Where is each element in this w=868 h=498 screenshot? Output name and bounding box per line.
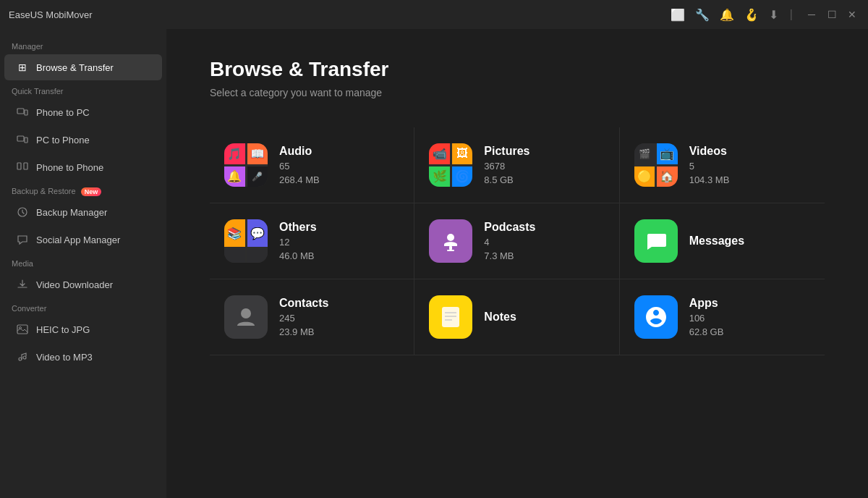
new-badge: New: [81, 187, 102, 196]
audio-name: Audio: [279, 145, 320, 158]
sidebar-item-phone-to-pc[interactable]: Phone to PC: [4, 99, 162, 125]
audio-icon: 🎵 📖 🔔 🎤: [224, 143, 268, 187]
phone-to-phone-icon: [16, 161, 29, 174]
media-section-label: Media: [0, 253, 166, 271]
title-bar-icons: ⬜ 🔧 🔔 🪝 ⬇ | ─ ☐ ✕: [671, 7, 859, 22]
messages-name: Messages: [689, 235, 745, 248]
videos-size: 104.3 MB: [689, 174, 730, 185]
sidebar-item-label-browse-transfer: Browse & Transfer: [36, 62, 114, 73]
apps-name: Apps: [689, 297, 724, 310]
category-notes[interactable]: Notes: [414, 279, 619, 355]
category-videos[interactable]: 🎬 📺 🟡 🏠 Videos 5 104.3 MB: [620, 127, 825, 203]
bell-icon[interactable]: 🔔: [720, 8, 734, 22]
svg-rect-12: [449, 246, 452, 250]
apps-icon: [634, 295, 678, 339]
phone-to-pc-icon: [16, 106, 29, 119]
close-button[interactable]: ✕: [845, 7, 859, 22]
contacts-icon: [224, 295, 268, 339]
category-contacts[interactable]: Contacts 245 23.9 MB: [210, 279, 414, 355]
category-apps[interactable]: Apps 106 62.8 GB: [620, 279, 825, 355]
backup-manager-icon: [16, 206, 29, 219]
pictures-count: 3678: [484, 161, 529, 172]
window-controls: ─ ☐ ✕: [804, 7, 859, 22]
svg-rect-3: [25, 138, 27, 143]
svg-rect-1: [25, 110, 27, 115]
sidebar-item-backup-manager[interactable]: Backup Manager: [4, 199, 162, 225]
sidebar-item-heic-to-jpg[interactable]: HEIC to JPG: [4, 316, 162, 342]
browse-transfer-icon: ⊞: [16, 61, 29, 74]
category-pictures[interactable]: 📹 🖼 🌿 🌀 Pictures 3678 8.5 GB: [414, 127, 619, 203]
svg-point-10: [23, 356, 26, 359]
main-layout: Manager ⊞ Browse & Transfer Quick Transf…: [0, 29, 868, 498]
sidebar-item-social-app-manager[interactable]: Social App Manager: [4, 227, 162, 253]
sidebar-item-pc-to-phone[interactable]: PC to Phone: [4, 127, 162, 153]
sidebar-item-label-video-downloader: Video Downloader: [36, 279, 113, 290]
sidebar-item-video-to-mp3[interactable]: Video to MP3: [4, 344, 162, 370]
sidebar-item-video-downloader[interactable]: Video Downloader: [4, 271, 162, 297]
sidebar: Manager ⊞ Browse & Transfer Quick Transf…: [0, 29, 166, 498]
quick-transfer-section-label: Quick Transfer: [0, 81, 166, 98]
manager-section-label: Manager: [0, 36, 166, 54]
video-downloader-icon: [16, 278, 29, 291]
contacts-name: Contacts: [279, 297, 328, 310]
podcasts-count: 4: [484, 237, 535, 248]
sidebar-item-browse-transfer[interactable]: ⊞ Browse & Transfer: [4, 54, 162, 80]
podcasts-size: 7.3 MB: [484, 250, 535, 261]
category-podcasts[interactable]: Podcasts 4 7.3 MB: [414, 203, 619, 279]
converter-section-label: Converter: [0, 298, 166, 316]
page-title: Browse & Transfer: [210, 58, 825, 81]
svg-rect-13: [447, 250, 454, 251]
apps-count: 106: [689, 313, 724, 324]
podcasts-name: Podcasts: [484, 221, 535, 234]
maximize-button[interactable]: ☐: [825, 7, 839, 22]
tools-icon[interactable]: 🔧: [695, 8, 710, 22]
minimize-button[interactable]: ─: [804, 7, 819, 22]
videos-icon: 🎬 📺 🟡 🏠: [634, 143, 678, 187]
category-audio[interactable]: 🎵 📖 🔔 🎤 Audio 65 268.4 MB: [210, 127, 414, 203]
svg-rect-5: [24, 163, 27, 169]
hanger-icon[interactable]: 🪝: [744, 8, 759, 22]
others-name: Others: [279, 221, 317, 234]
notes-icon: [429, 295, 472, 339]
others-count: 12: [279, 237, 317, 248]
sidebar-item-label-social-app-manager: Social App Manager: [36, 235, 120, 245]
content-area: Browse & Transfer Select a category you …: [166, 29, 868, 498]
title-bar-left: EaseUS MobiMover: [9, 9, 93, 20]
videos-name: Videos: [689, 145, 730, 158]
sidebar-item-phone-to-phone[interactable]: Phone to Phone: [4, 154, 162, 180]
heic-to-jpg-icon: [16, 323, 29, 336]
download-icon[interactable]: ⬇: [769, 8, 778, 22]
podcasts-icon: [429, 219, 472, 263]
svg-point-11: [447, 234, 454, 241]
social-app-manager-icon: [16, 233, 29, 246]
sidebar-item-label-backup-manager: Backup Manager: [36, 207, 107, 218]
svg-point-9: [19, 358, 22, 360]
sidebar-item-label-pc-to-phone: PC to Phone: [36, 135, 90, 145]
category-others[interactable]: 📚 💬 Others 12 46.0 MB: [210, 203, 414, 279]
audio-count: 65: [279, 161, 320, 172]
contacts-count: 245: [279, 313, 328, 324]
messages-icon: [634, 219, 678, 263]
sidebar-item-label-phone-to-pc: Phone to PC: [36, 107, 90, 118]
apps-size: 62.8 GB: [689, 326, 724, 337]
svg-rect-15: [442, 307, 459, 327]
video-to-mp3-icon: [16, 350, 29, 363]
sidebar-item-label-video-to-mp3: Video to MP3: [36, 352, 93, 363]
sidebar-item-label-phone-to-phone: Phone to Phone: [36, 162, 103, 173]
pictures-size: 8.5 GB: [484, 174, 529, 185]
audio-size: 268.4 MB: [279, 174, 320, 185]
notes-name: Notes: [484, 311, 516, 324]
pc-to-phone-icon: [16, 133, 29, 146]
videos-count: 5: [689, 161, 730, 172]
sidebar-item-label-heic-to-jpg: HEIC to JPG: [36, 324, 90, 335]
device-icon[interactable]: ⬜: [671, 8, 685, 22]
pictures-icon: 📹 🖼 🌿 🌀: [429, 143, 472, 187]
svg-rect-4: [17, 163, 21, 169]
svg-rect-2: [17, 136, 24, 141]
category-grid: 🎵 📖 🔔 🎤 Audio 65 268.4 MB 📹 🖼 🌿 🌀: [210, 127, 825, 355]
app-title: EaseUS MobiMover: [9, 9, 93, 20]
title-bar: EaseUS MobiMover ⬜ 🔧 🔔 🪝 ⬇ | ─ ☐ ✕: [0, 0, 868, 29]
category-messages[interactable]: Messages: [620, 203, 825, 279]
svg-point-14: [241, 308, 251, 318]
others-icon: 📚 💬: [224, 219, 268, 263]
